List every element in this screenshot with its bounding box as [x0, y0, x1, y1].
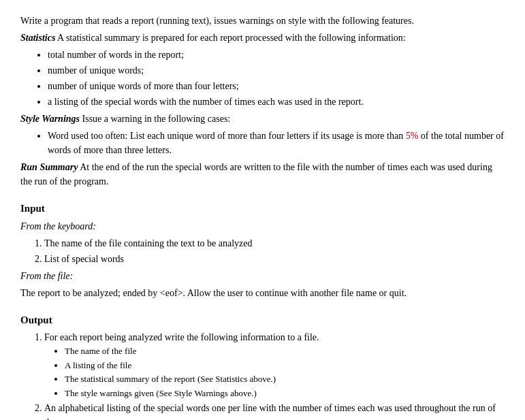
- keyboard-label: From the keyboard:: [20, 219, 505, 233]
- output-list: For each report being analyzed write the…: [44, 330, 505, 420]
- input-heading: Input: [20, 201, 505, 216]
- style-warnings-desc: Issue a warning in the following cases:: [80, 114, 230, 124]
- percent-value: 5%: [406, 131, 419, 141]
- input-section: Input From the keyboard: The name of the…: [20, 201, 505, 300]
- bullet-item: total number of words in the report;: [48, 48, 505, 62]
- bullet-item: a listing of the special words with the …: [48, 95, 505, 109]
- statistics-line: Statistics A statistical summary is prep…: [20, 31, 505, 45]
- run-summary-line: Run Summary At the end of the run the sp…: [20, 160, 505, 189]
- output-sub-bullets: The name of the file A listing of the fi…: [65, 344, 505, 400]
- statistics-desc: A statistical summary is prepared for ea…: [55, 33, 405, 43]
- keyboard-item: The name of the file containing the text…: [44, 236, 505, 251]
- file-desc: The report to be analyzed; ended by <eof…: [20, 286, 505, 300]
- output-item-1: For each report being analyzed write the…: [44, 330, 505, 400]
- file-label: From the file:: [20, 269, 505, 283]
- bullet-item: number of unique words;: [48, 63, 505, 78]
- sub-bullet-item: The statistical summary of the report (S…: [65, 372, 505, 386]
- run-summary-label: Run Summary: [20, 162, 78, 172]
- output-section: Output For each report being analyzed wr…: [20, 312, 505, 421]
- style-bullet-item: Word used too often: List each unique wo…: [48, 129, 505, 157]
- intro-line1: Write a program that reads a report (run…: [20, 14, 505, 28]
- run-summary-desc: At the end of the run the special words …: [20, 162, 492, 187]
- keyboard-list: The name of the file containing the text…: [44, 236, 505, 266]
- output-heading: Output: [20, 312, 505, 328]
- output-item-2: An alphabetical listing of the special w…: [44, 401, 505, 420]
- style-bullets: Word used too often: List each unique wo…: [48, 129, 505, 157]
- keyboard-item: List of special words: [44, 252, 505, 266]
- bullet-item: number of unique words of more than four…: [48, 79, 505, 93]
- style-warnings-line: Style Warnings Issue a warning in the fo…: [20, 112, 505, 126]
- sub-bullet-item: A listing of the file: [65, 359, 505, 372]
- sub-bullet-item: The name of the file: [65, 344, 505, 358]
- main-content: Write a program that reads a report (run…: [20, 14, 505, 420]
- sub-bullet-item: The style warnings given (See Style Warn…: [65, 387, 505, 400]
- statistics-bullets: total number of words in the report; num…: [48, 48, 505, 109]
- statistics-label: Statistics: [20, 33, 55, 43]
- style-warnings-label: Style Warnings: [20, 114, 80, 124]
